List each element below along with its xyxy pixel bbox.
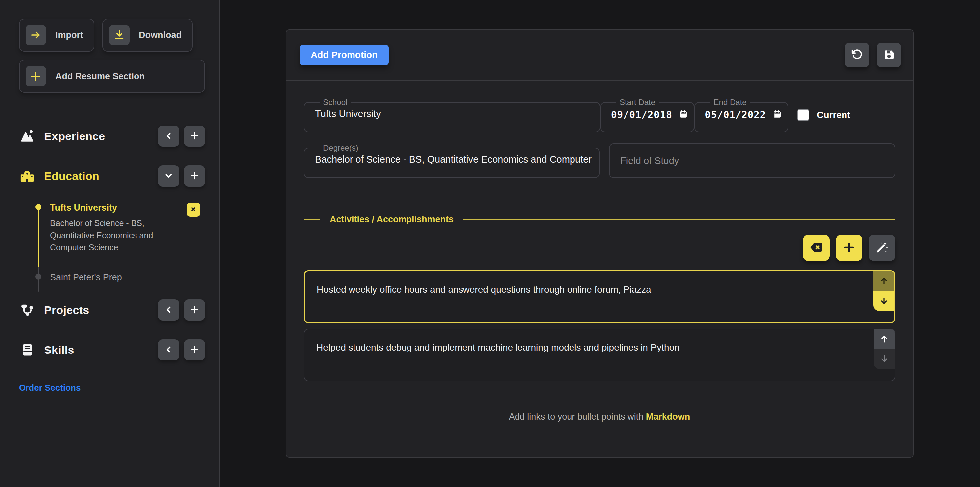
start-date-input[interactable]: 09/01/2018	[611, 109, 688, 120]
main-content: Add Promotion School	[220, 0, 980, 487]
bullet-textarea[interactable]: Helped students debug and implement mach…	[304, 329, 894, 380]
download-label: Download	[139, 30, 181, 40]
markdown-link[interactable]: Markdown	[646, 412, 690, 422]
chevron-down-icon	[163, 170, 174, 182]
markdown-hint: Add links to your bullet points with Mar…	[304, 412, 895, 422]
ai-rewrite-button[interactable]	[869, 234, 895, 261]
save-button[interactable]	[877, 43, 901, 67]
download-button[interactable]: Download	[102, 19, 193, 52]
move-up-button[interactable]	[873, 271, 894, 291]
arrow-up-icon	[879, 334, 889, 345]
add-bullet-button[interactable]	[836, 234, 862, 261]
calendar-icon[interactable]	[679, 110, 688, 120]
add-resume-section-button[interactable]: Add Resume Section	[19, 60, 205, 93]
add-promotion-button[interactable]: Add Promotion	[300, 45, 389, 65]
panel-body: School Start Date 09/01/2018 End Date	[286, 81, 913, 422]
plus-icon	[843, 241, 856, 255]
sidebar-item-label: Projects	[44, 304, 89, 317]
bullet-item-2: Helped students debug and implement mach…	[304, 329, 895, 381]
backspace-icon	[810, 240, 823, 255]
education-timeline: Tufts University Bachelor of Science - B…	[38, 203, 205, 283]
plus-icon	[189, 131, 200, 142]
add-resume-section-label: Add Resume Section	[55, 71, 145, 81]
education-entry-title[interactable]: Tufts University	[50, 203, 205, 213]
sidebar-toolbar: Import Download	[19, 19, 205, 52]
timeline-line-active	[38, 205, 40, 267]
bullet-move-controls	[873, 271, 894, 311]
move-up-button[interactable]	[873, 329, 894, 349]
school-label: School	[320, 98, 350, 107]
move-down-button[interactable]	[873, 291, 894, 311]
education-entry-subtitle: Bachelor of Science - BS, Quantitative E…	[50, 217, 179, 254]
sidebar-item-skills[interactable]: Skills	[19, 338, 205, 361]
add-skill-button[interactable]	[184, 339, 205, 360]
activities-title: Activities / Accomplishments	[330, 214, 453, 224]
sidebar-item-projects[interactable]: Projects	[19, 299, 205, 321]
undo-icon	[851, 48, 863, 62]
degrees-label: Degree(s)	[320, 143, 362, 153]
add-experience-button[interactable]	[184, 126, 205, 147]
order-sections-link[interactable]: Order Sections	[19, 383, 81, 393]
chevron-left-icon	[163, 344, 174, 356]
education-entry-saint-peters[interactable]: Saint Peter's Prep	[50, 272, 205, 283]
sidebar-item-label: Skills	[44, 344, 74, 356]
download-icon	[109, 25, 130, 45]
school-icon	[19, 168, 35, 183]
import-button[interactable]: Import	[19, 19, 94, 52]
degrees-field: Degree(s)	[304, 143, 600, 178]
chevron-left-icon	[163, 304, 174, 316]
plus-icon	[25, 66, 46, 86]
field-of-study-input[interactable]	[620, 155, 894, 167]
start-date-label: Start Date	[616, 98, 659, 107]
resume-builder-app: Import Download Add Resume Section Expe	[0, 0, 980, 487]
delete-bullet-button[interactable]	[803, 234, 830, 261]
end-date-field: End Date 05/01/2022	[694, 98, 789, 132]
degrees-input[interactable]	[314, 153, 594, 165]
education-editor-panel: Add Promotion School	[286, 29, 914, 458]
arrow-down-icon	[879, 296, 889, 307]
bullet-toolbar	[304, 234, 895, 261]
plus-icon	[189, 304, 200, 316]
calendar-icon[interactable]	[773, 110, 781, 120]
form-row-1: School Start Date 09/01/2018 End Date	[304, 98, 895, 132]
add-project-button[interactable]	[184, 299, 205, 321]
end-date-label: End Date	[710, 98, 750, 107]
bullet-textarea[interactable]: Hosted weekly office hours and answered …	[305, 271, 894, 322]
current-toggle: Current	[797, 98, 850, 132]
x-icon	[190, 206, 197, 214]
plus-icon	[189, 170, 200, 182]
collapse-experience-button[interactable]	[158, 126, 179, 147]
add-education-button[interactable]	[184, 166, 205, 186]
collapse-education-button[interactable]	[158, 166, 179, 186]
book-icon	[19, 343, 35, 357]
current-checkbox[interactable]	[797, 109, 810, 121]
sidebar-item-experience[interactable]: Experience	[19, 124, 205, 148]
end-date-value[interactable]: 05/01/2022	[705, 109, 766, 120]
education-entry-title[interactable]: Saint Peter's Prep	[50, 272, 205, 283]
bullet-move-controls	[873, 329, 894, 369]
sidebar-item-education[interactable]: Education	[19, 164, 205, 188]
activities-divider: Activities / Accomplishments	[304, 214, 895, 224]
end-date-input[interactable]: 05/01/2022	[705, 109, 782, 120]
markdown-hint-text: Add links to your bullet points with	[509, 412, 646, 422]
start-date-value[interactable]: 09/01/2018	[611, 109, 672, 120]
form-row-2: Degree(s)	[304, 143, 895, 178]
arrow-up-icon	[879, 276, 889, 287]
remove-education-entry-button[interactable]	[186, 203, 200, 216]
sidebar-item-label: Education	[44, 170, 99, 183]
plus-icon	[189, 344, 200, 356]
field-of-study-field	[609, 143, 895, 178]
collapse-projects-button[interactable]	[158, 299, 179, 321]
undo-button[interactable]	[845, 43, 869, 67]
education-entry-tufts[interactable]: Tufts University Bachelor of Science - B…	[50, 203, 205, 254]
section-list: Experience Education	[19, 124, 205, 361]
timeline-dot	[35, 274, 41, 280]
collapse-skills-button[interactable]	[158, 339, 179, 360]
school-input[interactable]	[314, 107, 594, 119]
bullet-item-1: Hosted weekly office hours and answered …	[304, 271, 895, 323]
move-down-button[interactable]	[873, 349, 894, 369]
network-icon	[19, 303, 35, 317]
timeline-dot	[35, 204, 41, 210]
save-icon	[883, 48, 895, 62]
arrow-right-icon	[25, 25, 46, 45]
